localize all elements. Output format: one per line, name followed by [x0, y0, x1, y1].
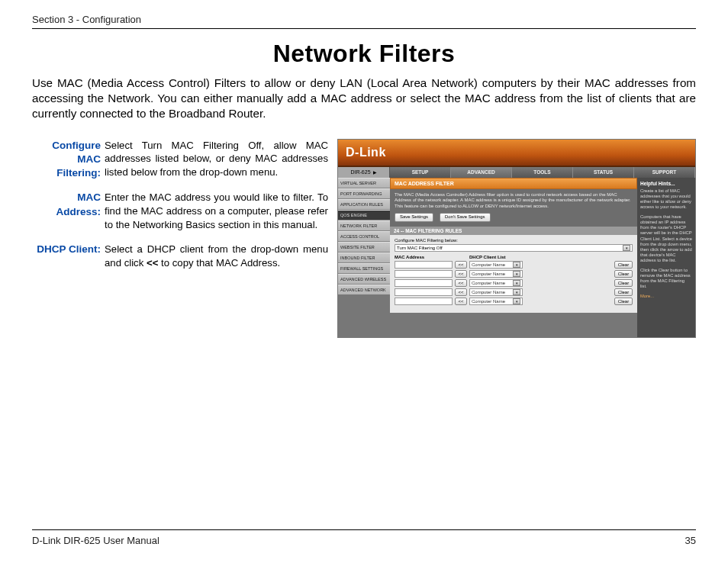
dhcp-client-select[interactable]: Computer Name▾ — [469, 270, 523, 278]
def-label-dhcp: DHCP Client: — [32, 243, 105, 270]
copy-mac-button[interactable]: << — [455, 279, 467, 287]
clear-button[interactable]: Clear — [614, 270, 633, 278]
dont-save-settings-button[interactable]: Don't Save Settings — [440, 213, 491, 222]
rule-row: <<Computer Name▾Clear — [395, 279, 633, 287]
chevron-down-icon: ▾ — [513, 298, 520, 304]
clear-button[interactable]: Clear — [614, 288, 633, 296]
chevron-down-icon: ▾ — [513, 289, 520, 295]
save-settings-button[interactable]: Save Settings — [395, 213, 433, 222]
def-text-mac: Enter the MAC address you would like to … — [105, 191, 328, 231]
clear-button[interactable]: Clear — [614, 279, 633, 287]
product-model[interactable]: DIR-625 ▶ — [338, 167, 390, 178]
configure-below-label: Configure MAC Filtering below: — [395, 238, 633, 243]
dhcp-text-b: to copy that MAC Address. — [158, 257, 280, 269]
mac-address-input[interactable] — [395, 288, 453, 296]
section-header: Section 3 - Configuration — [32, 14, 696, 29]
clear-button[interactable]: Clear — [614, 261, 633, 269]
rule-row: <<Computer Name▾Clear — [395, 261, 633, 269]
mac-filtering-mode-select[interactable]: Turn MAC Filtering Off ▾ — [395, 244, 633, 252]
more-link[interactable]: More... — [640, 294, 692, 299]
page-footer: D-Link DIR-625 User Manual 35 — [32, 529, 696, 546]
mode-value: Turn MAC Filtering Off — [397, 246, 443, 250]
chevron-down-icon: ▾ — [513, 271, 520, 277]
intro-paragraph: Use MAC (Media Access Control) Filters t… — [32, 76, 696, 122]
col-dhcp-client: DHCP Client List — [456, 255, 633, 259]
dhcp-client-select[interactable]: Computer Name▾ — [469, 279, 523, 287]
def-label-mac: MAC Address: — [32, 191, 105, 231]
rule-row: <<Computer Name▾Clear — [395, 288, 633, 296]
tab-advanced[interactable]: ADVANCED — [451, 167, 512, 178]
hint-2: Computers that have obtained an IP addre… — [640, 214, 692, 264]
sidebar-item-network-filter[interactable]: NETWORK FILTER — [338, 220, 390, 231]
copy-mac-button[interactable]: << — [455, 270, 467, 278]
chevron-down-icon: ▾ — [513, 262, 520, 268]
footer-left: D-Link DIR-625 User Manual — [32, 535, 159, 546]
tab-setup[interactable]: SETUP — [390, 167, 451, 178]
brand-bar: D-Link — [338, 140, 695, 167]
rule-row: <<Computer Name▾Clear — [395, 270, 633, 278]
sidebar-item-firewall-settings[interactable]: FIREWALL SETTINGS — [338, 263, 390, 274]
definitions-column: Configure MAC Filtering: Select Turn MAC… — [32, 139, 328, 338]
mac-address-input[interactable] — [395, 298, 453, 305]
copy-mac-button[interactable]: << — [455, 298, 467, 305]
router-ui-screenshot: D-Link DIR-625 ▶ SETUPADVANCEDTOOLSSTATU… — [337, 139, 696, 338]
hint-3: Click the Clear button to remove the MAC… — [640, 268, 692, 290]
sidebar-item-qos-engine[interactable]: QOS ENGINE — [338, 210, 390, 220]
sidebar-item-advanced-network[interactable]: ADVANCED NETWORK — [338, 285, 390, 294]
rule-row: <<Computer Name▾Clear — [395, 298, 633, 305]
chevron-right-icon: ▶ — [373, 169, 377, 175]
sidebar-item-access-control[interactable]: ACCESS CONTROL — [338, 231, 390, 242]
mac-address-input[interactable] — [395, 261, 453, 269]
tab-status[interactable]: STATUS — [573, 167, 634, 178]
helpful-hints-panel: Helpful Hints... Create a list of MAC ad… — [637, 178, 695, 337]
copy-mac-button[interactable]: << — [455, 288, 467, 296]
mac-address-input[interactable] — [395, 279, 453, 287]
chevron-down-icon: ▾ — [623, 245, 630, 251]
sidebar-item-application-rules[interactable]: APPLICATION RULES — [338, 199, 390, 210]
def-text-dhcp: Select a DHCP client from the drop-down … — [105, 243, 328, 270]
dhcp-client-select[interactable]: Computer Name▾ — [469, 288, 523, 296]
product-label: DIR-625 — [350, 169, 370, 175]
page-title: Network Filters — [32, 40, 696, 68]
tab-support[interactable]: SUPPORT — [634, 167, 695, 178]
hint-1: Create a list of MAC addresses that you … — [640, 188, 692, 211]
panel-description: The MAC (Media Access Controller) Addres… — [390, 189, 637, 227]
tab-tools[interactable]: TOOLS — [512, 167, 573, 178]
brand-logo: D-Link — [346, 146, 386, 159]
rules-panel-title: 24 -- MAC FILTERING RULES — [390, 227, 637, 235]
clear-button[interactable]: Clear — [614, 298, 633, 305]
sidebar-item-advanced-wireless[interactable]: ADVANCED WIRELESS — [338, 274, 390, 285]
panel-title: MAC ADDRESS FILTER — [390, 178, 637, 189]
screenshot-column: D-Link DIR-625 ▶ SETUPADVANCEDTOOLSSTATU… — [337, 139, 696, 338]
copy-mac-button[interactable]: << — [455, 261, 467, 269]
sidebar-item-port-forwarding[interactable]: PORT FORWARDING — [338, 188, 390, 199]
def-text-configure: Select Turn MAC Filtering Off, allow MAC… — [105, 139, 328, 181]
dhcp-client-select[interactable]: Computer Name▾ — [469, 261, 523, 269]
hints-title: Helpful Hints... — [640, 181, 692, 186]
mac-address-input[interactable] — [395, 270, 453, 278]
def-label-configure: Configure MAC Filtering: — [32, 139, 105, 181]
footer-page-number: 35 — [685, 535, 696, 546]
sidebar: VIRTUAL SERVERPORT FORWARDINGAPPLICATION… — [338, 178, 390, 337]
col-mac-address: MAC Address — [395, 255, 456, 259]
sidebar-item-virtual-server[interactable]: VIRTUAL SERVER — [338, 178, 390, 188]
chevron-down-icon: ▾ — [513, 280, 520, 286]
dhcp-bold: << — [147, 257, 158, 269]
sidebar-item-website-filter[interactable]: WEBSITE FILTER — [338, 242, 390, 253]
dhcp-client-select[interactable]: Computer Name▾ — [469, 298, 523, 305]
sidebar-item-inbound-filter[interactable]: INBOUND FILTER — [338, 253, 390, 263]
